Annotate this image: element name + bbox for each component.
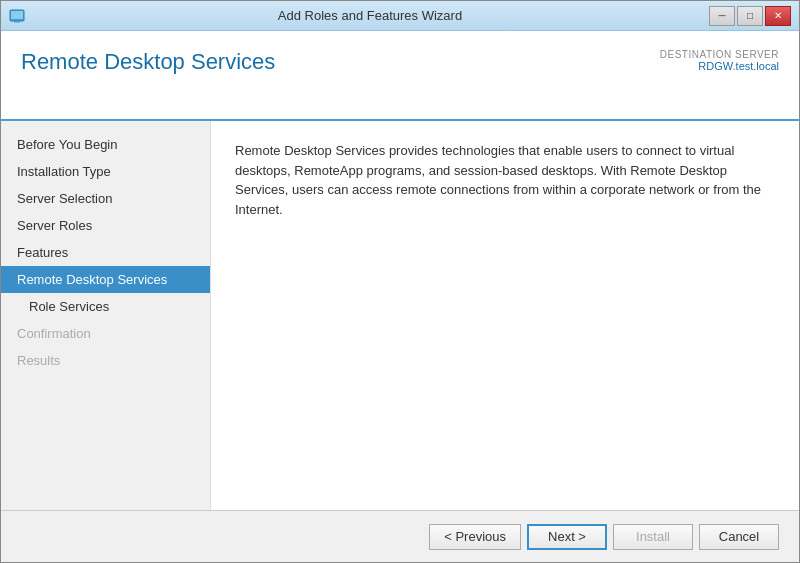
sidebar-item-features[interactable]: Features <box>1 239 210 266</box>
title-bar: Add Roles and Features Wizard ─ □ ✕ <box>1 1 799 31</box>
sidebar-item-before-you-begin[interactable]: Before You Begin <box>1 131 210 158</box>
close-button[interactable]: ✕ <box>765 6 791 26</box>
destination-label: DESTINATION SERVER <box>660 49 779 60</box>
svg-rect-1 <box>11 11 23 19</box>
main-area: Before You Begin Installation Type Serve… <box>1 121 799 510</box>
sidebar-item-server-selection[interactable]: Server Selection <box>1 185 210 212</box>
next-button[interactable]: Next > <box>527 524 607 550</box>
sidebar-item-installation-type[interactable]: Installation Type <box>1 158 210 185</box>
page-header: Remote Desktop Services DESTINATION SERV… <box>1 31 799 121</box>
sidebar-item-remote-desktop-services[interactable]: Remote Desktop Services <box>1 266 210 293</box>
footer: < Previous Next > Install Cancel <box>1 510 799 562</box>
install-button: Install <box>613 524 693 550</box>
content-area: Remote Desktop Services provides technol… <box>211 121 799 510</box>
window-title: Add Roles and Features Wizard <box>31 8 709 23</box>
destination-server-info: DESTINATION SERVER RDGW.test.local <box>660 49 779 72</box>
cancel-button[interactable]: Cancel <box>699 524 779 550</box>
maximize-button[interactable]: □ <box>737 6 763 26</box>
sidebar-item-role-services[interactable]: Role Services <box>1 293 210 320</box>
sidebar: Before You Begin Installation Type Serve… <box>1 121 211 510</box>
window-controls: ─ □ ✕ <box>709 6 791 26</box>
previous-button[interactable]: < Previous <box>429 524 521 550</box>
main-window: Add Roles and Features Wizard ─ □ ✕ Remo… <box>0 0 800 563</box>
sidebar-item-confirmation: Confirmation <box>1 320 210 347</box>
page-title: Remote Desktop Services <box>21 49 275 75</box>
app-icon <box>9 8 25 24</box>
server-name: RDGW.test.local <box>660 60 779 72</box>
svg-rect-2 <box>14 21 20 23</box>
sidebar-item-results: Results <box>1 347 210 374</box>
content-paragraph: Remote Desktop Services provides technol… <box>235 141 775 219</box>
minimize-button[interactable]: ─ <box>709 6 735 26</box>
sidebar-item-server-roles[interactable]: Server Roles <box>1 212 210 239</box>
